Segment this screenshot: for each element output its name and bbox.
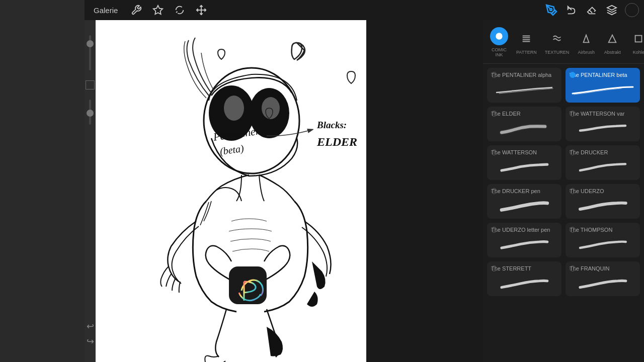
brush-drucker[interactable]: The DRUCKER	[566, 145, 640, 180]
color-picker[interactable]	[625, 3, 639, 17]
brush-row-3: The WATTERSON The DRUCKER	[487, 145, 640, 180]
canvas-drawing[interactable]: Pentaliner (beta) Blacks: ELDER	[96, 20, 366, 362]
brush-radio-watterson	[491, 149, 497, 155]
brush-pentaliner-beta[interactable]: The PENTALINER beta	[566, 68, 640, 103]
brush-uderzo-letter[interactable]: The UDERZO letter pen	[487, 223, 561, 257]
undo-button[interactable]: ↩	[87, 321, 94, 332]
right-panel: Pinsel + COMIC INK PATTERN	[483, 0, 644, 362]
layers-button[interactable]	[605, 3, 619, 17]
svg-marker-18	[609, 35, 616, 43]
brush-radio-sterrett	[491, 265, 497, 272]
svg-point-8	[224, 96, 244, 121]
brush-name-uderzo-letter: The UDERZO letter pen	[491, 227, 557, 233]
brush-franquin[interactable]: The FRANQUIN	[566, 261, 640, 296]
texture-label: TEXTUREN	[545, 50, 570, 55]
brush-name-alpha: The PENTALINER alpha	[491, 72, 557, 78]
tab-pattern[interactable]: PATTERN	[514, 28, 539, 57]
brush-type-tabs: COMIC INK PATTERN TEXTUREN	[483, 21, 644, 64]
brush-radio-drucker-pen	[491, 188, 497, 194]
eraser-button[interactable]	[585, 3, 599, 17]
svg-text:Blacks:: Blacks:	[316, 120, 347, 130]
brush-name-uderzo: The UDERZO	[570, 188, 636, 194]
wrench-button[interactable]	[129, 3, 143, 17]
brush-name-watterson-var: The WATTERSON var	[570, 111, 636, 117]
airbrush-label: Airbrush	[578, 50, 595, 55]
redo-button[interactable]: ↪	[87, 336, 94, 347]
brush-name-franquin: The FRANQUIN	[570, 265, 636, 272]
charcoal-icon	[629, 30, 644, 48]
brush-radio-watterson-var	[570, 111, 576, 117]
brush-row-6: The STERRETT The FRANQUIN	[487, 261, 640, 296]
comic-ink-label: COMIC INK	[490, 47, 508, 57]
brush-preview-drucker	[570, 158, 636, 176]
top-toolbar-left: Galerie	[90, 3, 208, 17]
pattern-label: PATTERN	[516, 50, 537, 55]
opacity-slider[interactable]	[89, 100, 91, 125]
lasso-button[interactable]	[173, 3, 187, 17]
galerie-button[interactable]: Galerie	[90, 4, 122, 17]
brush-preview-elder	[491, 120, 557, 137]
tab-texture[interactable]: TEXTUREN	[543, 28, 572, 57]
brush-sterrett[interactable]: The STERRETT	[487, 261, 561, 296]
opacity-toggle[interactable]	[86, 80, 95, 89]
brush-radio-beta	[570, 72, 576, 78]
top-toolbar-right	[544, 3, 639, 17]
brush-row-5: The UDERZO letter pen The THOMPSON	[487, 223, 640, 257]
magic-button[interactable]	[151, 3, 165, 17]
abstract-label: Abstrakt	[604, 50, 621, 55]
brush-row-4: The DRUCKER pen The UDERZO	[487, 184, 640, 219]
brush-name-sterrett: The STERRETT	[491, 265, 557, 272]
brush-pentaliner-alpha[interactable]: The PENTALINER alpha	[487, 68, 561, 103]
brush-radio-elder	[491, 111, 497, 117]
brush-name-watterson: The WATTERSON	[491, 149, 557, 155]
brush-row-1: The PENTALINER alpha The PENTALINER beta	[487, 68, 640, 103]
brush-preview-drucker-pen	[491, 197, 557, 215]
brush-radio-franquin	[570, 265, 576, 272]
abstract-icon	[603, 30, 621, 48]
brush-name-elder: The ELDER	[491, 111, 557, 117]
top-toolbar: Galerie	[85, 0, 644, 20]
brush-drucker-pen[interactable]: The DRUCKER pen	[487, 184, 561, 219]
texture-icon	[548, 30, 566, 48]
svg-marker-0	[153, 6, 163, 14]
brush-preview-alpha	[491, 81, 557, 99]
svg-marker-4	[607, 6, 616, 10]
pattern-icon	[517, 30, 535, 48]
airbrush-icon	[577, 30, 595, 48]
brush-radio-drucker	[570, 149, 576, 155]
svg-point-16	[496, 33, 502, 39]
brush-elder[interactable]: The ELDER	[487, 107, 561, 141]
brush-watterson-var[interactable]: The WATTERSON var	[566, 107, 640, 141]
brush-size-slider[interactable]	[89, 35, 91, 70]
brush-list: The PENTALINER alpha The PENTALINER beta	[483, 64, 644, 362]
brush-name-thompson: The THOMPSON	[570, 227, 636, 233]
brush-watterson[interactable]: The WATTERSON	[487, 145, 561, 180]
svg-marker-17	[584, 35, 589, 43]
pen-active-button[interactable]	[544, 3, 558, 17]
brush-preview-uderzo-letter	[491, 236, 557, 253]
left-toolbar	[0, 0, 85, 362]
brush-preview-uderzo	[570, 197, 636, 215]
brush-preview-thompson	[570, 236, 636, 253]
canvas-area[interactable]: ↩ ↪	[85, 20, 366, 362]
svg-rect-19	[635, 36, 642, 42]
brush-preview-sterrett	[491, 275, 557, 292]
tab-charcoal[interactable]: Kohle	[627, 28, 644, 57]
brush-thompson[interactable]: The THOMPSON	[566, 223, 640, 257]
svg-point-3	[550, 9, 552, 11]
brush-preview-watterson	[491, 158, 557, 176]
brush-row-2: The ELDER The WATTERSON var	[487, 107, 640, 141]
brush-uderzo[interactable]: The UDERZO	[566, 184, 640, 219]
move-button[interactable]	[194, 3, 208, 17]
tab-abstract[interactable]: Abstrakt	[601, 28, 623, 57]
smudge-button[interactable]	[565, 3, 579, 17]
tab-comic-ink[interactable]: COMIC INK	[488, 25, 510, 59]
svg-text:ELDER: ELDER	[316, 135, 357, 148]
charcoal-label: Kohle	[633, 50, 644, 55]
brush-name-drucker-pen: The DRUCKER pen	[491, 188, 557, 194]
undo-redo: ↩ ↪	[87, 321, 94, 347]
tab-airbrush[interactable]: Airbrush	[575, 28, 597, 57]
brush-radio-thompson	[570, 227, 576, 233]
brush-name-drucker: The DRUCKER	[570, 149, 636, 155]
brush-preview-franquin	[570, 275, 636, 292]
